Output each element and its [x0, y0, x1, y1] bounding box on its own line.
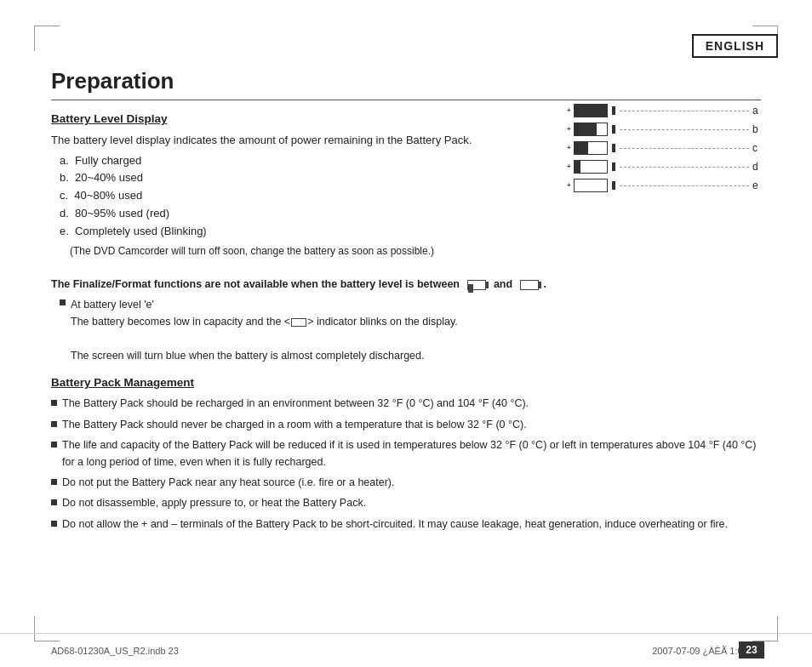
- list-item: b. 20~40% used: [60, 169, 557, 187]
- bullet-icon: [51, 421, 57, 427]
- pack-bullet-text: Do not put the Battery Pack near any hea…: [62, 475, 395, 491]
- pack-bullet-text: The life and capacity of the Battery Pac…: [62, 437, 761, 470]
- item-label: b.: [60, 171, 69, 184]
- list-item: The Battery Pack should be recharged in …: [51, 396, 761, 412]
- bullet-icon: [51, 521, 57, 527]
- finalize-bullet: At battery level 'e' The battery becomes…: [60, 296, 761, 364]
- battery-row-a: + a: [574, 104, 761, 117]
- list-item: e. Completely used (Blinking): [60, 223, 557, 241]
- bullet-icon: [51, 400, 57, 406]
- list-item: d. 80~95% used (red): [60, 205, 557, 223]
- item-label: d.: [60, 207, 69, 219]
- battery-note: (The DVD Camcorder will turn off soon, c…: [70, 243, 557, 259]
- dashed-line-e: [620, 185, 749, 186]
- bullet-icon: [60, 299, 66, 305]
- dashed-line-d: [620, 167, 749, 168]
- battery-icon-c: +: [574, 141, 611, 155]
- battery-level-heading: Battery Level Display: [51, 112, 557, 125]
- bullet-icon: [51, 479, 57, 485]
- battery-row-d: + d: [574, 160, 761, 174]
- batt-indicator-empty: [520, 280, 539, 290]
- footer-left-text: AD68-01230A_US_R2.indb 23: [51, 646, 179, 656]
- pack-bullets-list: The Battery Pack should be recharged in …: [51, 396, 761, 533]
- battery-level-section: Battery Level Display The battery level …: [51, 112, 761, 262]
- battery-level-text: Battery Level Display The battery level …: [51, 112, 574, 262]
- dashed-line-c: [620, 148, 749, 149]
- bullet-icon: [51, 442, 57, 448]
- list-item: c. 40~80% used: [60, 187, 557, 205]
- title-divider: [51, 100, 761, 100]
- pack-bullet-text: The Battery Pack should be recharged in …: [62, 396, 529, 412]
- list-item: a. Fully charged: [60, 152, 557, 170]
- page-number: 23: [739, 641, 764, 658]
- diagram-label-a: a: [752, 105, 761, 117]
- list-item: Do not allow the + and – terminals of th…: [51, 516, 761, 533]
- main-content: Preparation Battery Level Display The ba…: [51, 68, 761, 616]
- battery-icon-b: +: [574, 123, 611, 136]
- page-title: Preparation: [51, 68, 761, 94]
- pack-bullet-text: Do not disassemble, apply pressure to, o…: [62, 495, 366, 511]
- pack-bullet-text: Do not allow the + and – terminals of th…: [62, 516, 728, 533]
- language-badge: ENGLISH: [692, 34, 778, 58]
- item-label: a.: [60, 154, 69, 167]
- list-item: The Battery Pack should never be charged…: [51, 417, 761, 433]
- list-item: Do not put the Battery Pack near any hea…: [51, 475, 761, 491]
- diagram-label-d: d: [752, 161, 761, 173]
- battery-icon-e: +: [574, 179, 611, 192]
- battery-row-b: + b: [574, 123, 761, 136]
- battery-icon-d: +: [574, 160, 611, 174]
- battery-pack-heading: Battery Pack Management: [51, 376, 761, 389]
- item-label: c.: [60, 189, 68, 202]
- battery-icon-a: +: [574, 104, 611, 117]
- bullet-icon: [51, 499, 57, 505]
- finalize-bullet-text: At battery level 'e' The battery becomes…: [71, 296, 458, 364]
- battery-row-e: + e: [574, 179, 761, 192]
- finalize-heading: The Finalize/Format functions are not av…: [51, 276, 761, 293]
- diagram-label-c: c: [752, 142, 761, 154]
- footer: AD68-01230A_US_R2.indb 23 2007-07-09 ¿ÀÊ…: [0, 633, 812, 667]
- pack-bullet-text: The Battery Pack should never be charged…: [62, 417, 527, 433]
- finalize-section: The Finalize/Format functions are not av…: [51, 276, 761, 364]
- list-item: Do not disassemble, apply pressure to, o…: [51, 495, 761, 511]
- corner-decoration-tl: [34, 26, 60, 51]
- battery-pack-section: Battery Pack Management The Battery Pack…: [51, 376, 761, 533]
- battery-intro: The battery level display indicates the …: [51, 132, 557, 149]
- battery-items-list: a. Fully charged b. 20~40% used c. 40~80…: [60, 152, 557, 241]
- dashed-line-a: [620, 111, 749, 111]
- item-label: e.: [60, 225, 69, 237]
- batt-indicator-small: [467, 280, 486, 290]
- list-item: The life and capacity of the Battery Pac…: [51, 437, 761, 470]
- diagram-label-e: e: [752, 180, 761, 191]
- diagram-label-b: b: [752, 123, 761, 135]
- dashed-line-b: [620, 129, 749, 130]
- battery-row-c: + c: [574, 141, 761, 155]
- battery-diagram: + a + b: [574, 104, 761, 262]
